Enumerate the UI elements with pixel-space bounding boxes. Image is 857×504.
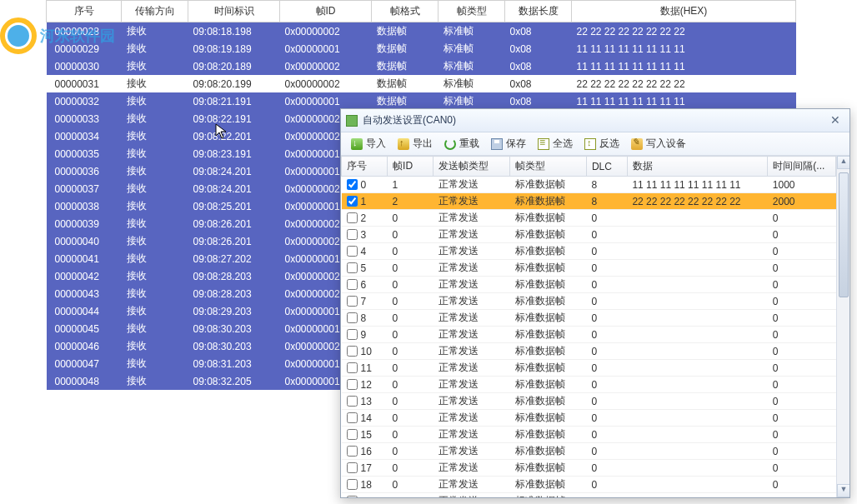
row-checkbox[interactable] — [347, 312, 358, 323]
cell-data[interactable] — [627, 377, 767, 393]
cell-dlc[interactable]: 0 — [586, 310, 627, 327]
cell-data[interactable]: 11 11 11 11 11 11 11 11 — [627, 177, 767, 193]
col-dir-header[interactable]: 传输方向 — [122, 1, 188, 22]
cell-index[interactable]: 14 — [342, 410, 388, 427]
cell-data[interactable] — [627, 260, 767, 277]
cell-sendtype[interactable]: 正常发送 — [434, 193, 510, 210]
col-data-header[interactable]: 数据(HEX) — [572, 1, 796, 22]
cell-frameid[interactable]: 0 — [388, 227, 434, 243]
table-row[interactable]: 40正常发送标准数据帧00 — [342, 243, 836, 260]
cell-frameid[interactable]: 0 — [388, 210, 434, 227]
row-checkbox[interactable] — [347, 296, 358, 307]
table-row[interactable]: 170正常发送标准数据帧00 — [342, 460, 836, 477]
table-row[interactable]: 180正常发送标准数据帧00 — [342, 477, 836, 493]
cell-dlc[interactable]: 0 — [586, 293, 627, 310]
cell-sendtype[interactable]: 正常发送 — [434, 293, 510, 310]
cell-data[interactable] — [627, 293, 767, 310]
table-row[interactable]: 50正常发送标准数据帧00 — [342, 260, 836, 277]
close-icon[interactable]: ✕ — [826, 113, 844, 128]
cell-dlc[interactable]: 0 — [586, 427, 627, 443]
col-type-header[interactable]: 帧类型 — [439, 1, 505, 22]
cell-frametype[interactable]: 标准数据帧 — [510, 260, 587, 277]
cell-interval[interactable]: 0 — [768, 343, 836, 360]
cell-data[interactable] — [627, 427, 767, 443]
cell-frametype[interactable]: 标准数据帧 — [510, 377, 587, 393]
cell-sendtype[interactable]: 正常发送 — [434, 410, 510, 427]
cell-dlc[interactable]: 0 — [586, 243, 627, 260]
table-row[interactable]: 110正常发送标准数据帧00 — [342, 360, 836, 377]
cell-index[interactable]: 15 — [342, 427, 388, 443]
cell-data[interactable] — [627, 277, 767, 293]
cell-interval[interactable]: 0 — [768, 260, 836, 277]
dlg-col-index-header[interactable]: 序号 — [342, 157, 388, 177]
cell-dlc[interactable]: 0 — [586, 343, 627, 360]
row-checkbox[interactable] — [347, 329, 358, 340]
cell-sendtype[interactable]: 正常发送 — [434, 310, 510, 327]
scroll-down-icon[interactable]: ▼ — [837, 484, 849, 497]
cell-dlc[interactable]: 0 — [586, 360, 627, 377]
cell-dlc[interactable]: 0 — [586, 377, 627, 393]
import-button[interactable]: 导入 — [346, 135, 391, 152]
row-checkbox[interactable] — [347, 429, 358, 440]
row-checkbox[interactable] — [347, 212, 358, 223]
cell-index[interactable]: 16 — [342, 443, 388, 460]
cell-sendtype[interactable]: 正常发送 — [434, 227, 510, 243]
cell-sendtype[interactable]: 正常发送 — [434, 177, 510, 193]
cell-frameid[interactable]: 0 — [388, 477, 434, 493]
cell-dlc[interactable]: 0 — [586, 410, 627, 427]
table-row[interactable]: 00000030接收09:08:20.1890x00000002数据帧标准帧0x… — [47, 57, 796, 75]
cell-interval[interactable]: 0 — [768, 277, 836, 293]
cell-sendtype[interactable]: 正常发送 — [434, 277, 510, 293]
row-checkbox[interactable] — [347, 362, 358, 373]
row-checkbox[interactable] — [347, 379, 358, 390]
cell-frameid[interactable]: 0 — [388, 493, 434, 498]
cell-index[interactable]: 1 — [342, 193, 388, 210]
reload-button[interactable]: 重载 — [439, 135, 484, 152]
cell-interval[interactable]: 0 — [768, 427, 836, 443]
cell-frameid[interactable]: 0 — [388, 343, 434, 360]
cell-interval[interactable]: 0 — [768, 243, 836, 260]
cell-frametype[interactable]: 标准数据帧 — [510, 227, 587, 243]
cell-data[interactable] — [627, 493, 767, 498]
cell-frametype[interactable]: 标准数据帧 — [510, 177, 587, 193]
cell-dlc[interactable]: 0 — [586, 393, 627, 410]
table-row[interactable]: 00000028接收09:08:18.1980x00000002数据帧标准帧0x… — [47, 22, 796, 41]
cell-frametype[interactable]: 标准数据帧 — [510, 293, 587, 310]
cell-dlc[interactable]: 0 — [586, 277, 627, 293]
row-checkbox[interactable] — [347, 229, 358, 240]
cell-dlc[interactable]: 0 — [586, 260, 627, 277]
table-row[interactable]: 160正常发送标准数据帧00 — [342, 443, 836, 460]
cell-index[interactable]: 5 — [342, 260, 388, 277]
col-seq-header[interactable]: 序号 — [47, 1, 122, 22]
cell-sendtype[interactable]: 正常发送 — [434, 443, 510, 460]
cell-frameid[interactable]: 0 — [388, 243, 434, 260]
cell-frametype[interactable]: 标准数据帧 — [510, 410, 587, 427]
row-checkbox[interactable] — [347, 262, 358, 273]
col-id-header[interactable]: 帧ID — [280, 1, 372, 22]
dlg-col-frametype-header[interactable]: 帧类型 — [510, 157, 587, 177]
cell-interval[interactable]: 0 — [768, 460, 836, 477]
cell-data[interactable] — [627, 443, 767, 460]
invert-selection-button[interactable]: 反选 — [579, 135, 624, 152]
cell-data[interactable] — [627, 227, 767, 243]
cell-dlc[interactable]: 0 — [586, 460, 627, 477]
cell-frameid[interactable]: 0 — [388, 293, 434, 310]
cell-interval[interactable]: 0 — [768, 410, 836, 427]
table-row[interactable]: 140正常发送标准数据帧00 — [342, 410, 836, 427]
cell-dlc[interactable]: 0 — [586, 210, 627, 227]
cell-frametype[interactable]: 标准数据帧 — [510, 210, 587, 227]
dialog-title-bar[interactable]: 自动发送设置(CAN0) ✕ — [341, 109, 849, 132]
cell-sendtype[interactable]: 正常发送 — [434, 327, 510, 343]
cell-data[interactable] — [627, 360, 767, 377]
col-fmt-header[interactable]: 帧格式 — [372, 1, 439, 22]
cell-interval[interactable]: 0 — [768, 327, 836, 343]
table-row[interactable]: 130正常发送标准数据帧00 — [342, 393, 836, 410]
cell-index[interactable]: 3 — [342, 227, 388, 243]
col-len-header[interactable]: 数据长度 — [505, 1, 572, 22]
save-button[interactable]: 保存 — [486, 135, 531, 152]
cell-frameid[interactable]: 0 — [388, 377, 434, 393]
table-row[interactable]: 30正常发送标准数据帧00 — [342, 227, 836, 243]
cell-data[interactable] — [627, 243, 767, 260]
cell-interval[interactable]: 0 — [768, 310, 836, 327]
cell-data[interactable] — [627, 393, 767, 410]
